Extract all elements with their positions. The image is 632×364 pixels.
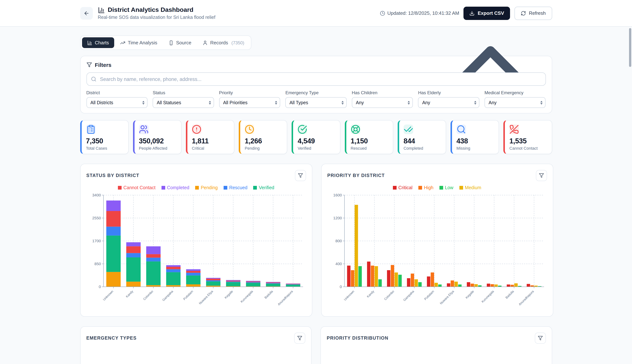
priority-select[interactable]: All Priorities [219, 97, 280, 108]
svg-text:Unknown: Unknown [102, 290, 114, 301]
has-elderly-select[interactable]: Any [418, 97, 479, 108]
chart-filter-button[interactable] [534, 332, 546, 344]
svg-text:Kegalle: Kegalle [224, 290, 234, 300]
page-title: District Analytics Dashboard [108, 6, 194, 14]
clock-icon [245, 124, 254, 134]
filter-medical-emergency: Medical Emergency Any [484, 90, 546, 108]
filter-icon [86, 62, 92, 68]
search-icon [91, 76, 96, 82]
stat-card-cannot-contact: 1,535 Cannot Contact [504, 120, 552, 154]
filter-icon [538, 336, 543, 341]
filter-icon [298, 173, 303, 178]
svg-text:1700: 1700 [92, 239, 101, 243]
svg-text:3400: 3400 [92, 193, 101, 197]
stat-card-critical: 1,811 Critical [186, 120, 234, 154]
arrow-left-icon [83, 10, 89, 16]
stat-label: Missing [456, 146, 494, 150]
stat-label: Verified [298, 146, 336, 150]
stat-card-missing: 438 Missing [450, 120, 499, 154]
stat-label: Rescued [350, 146, 388, 150]
smartphone-icon [168, 40, 174, 45]
stat-label: Critical [192, 146, 230, 150]
svg-text:Kurunegala: Kurunegala [240, 290, 254, 304]
stat-value: 1,811 [192, 137, 230, 145]
emergency-type-select[interactable]: All Types [285, 97, 346, 108]
legend-item: Cannot Contact [118, 185, 156, 190]
stat-value: 1,535 [510, 137, 547, 145]
filter-has-elderly: Has Elderly Any [418, 90, 479, 108]
life-buoy-icon [350, 124, 360, 134]
emergency-types-card: EMERGENCY TYPES [80, 326, 312, 364]
svg-text:850: 850 [94, 262, 101, 266]
chart-filter-button[interactable] [295, 170, 306, 181]
stat-label: Pending [245, 146, 282, 150]
tab-charts[interactable]: Charts [82, 37, 114, 48]
filter-label: Emergency Type [285, 90, 346, 95]
svg-text:Anuradhapura: Anuradhapura [277, 290, 294, 306]
chart-filter-button[interactable] [294, 332, 305, 344]
svg-text:Badulla: Badulla [264, 290, 274, 300]
stat-value: 438 [456, 137, 494, 145]
svg-text:Kandy: Kandy [366, 290, 375, 298]
chart-title: PRIORITY BY DISTRICT [327, 173, 385, 178]
legend-item: Verified [253, 185, 274, 190]
medical-emergency-select[interactable]: Any [484, 97, 546, 108]
stat-value: 7,350 [86, 137, 124, 145]
check-circle-icon [298, 124, 307, 134]
status-select[interactable]: All Statuses [153, 97, 214, 108]
svg-text:Kurunegala: Kurunegala [481, 290, 494, 304]
filter-district: District All Districts [86, 90, 148, 108]
users-icon [139, 124, 148, 134]
clipboard-icon [86, 124, 96, 134]
stat-value: 4,549 [298, 137, 336, 145]
svg-text:Nuwara Eliya: Nuwara Eliya [439, 290, 455, 305]
filter-emergency-type: Emergency Type All Types [285, 90, 346, 108]
user-icon [202, 40, 208, 45]
legend-item: Low [440, 185, 454, 190]
svg-text:0: 0 [340, 284, 342, 289]
tab-source[interactable]: Source [163, 37, 196, 48]
trending-up-icon [120, 40, 125, 45]
svg-text:1600: 1600 [333, 193, 342, 197]
stat-label: Cannot Contact [510, 146, 547, 150]
filter-label: Medical Emergency [484, 90, 546, 95]
dashboard-page: District Analytics Dashboard Real-time S… [0, 0, 632, 364]
chart-legend: CriticalHighLowMedium [327, 184, 547, 192]
has-children-select[interactable]: Any [352, 97, 413, 108]
stat-value: 844 [404, 137, 441, 145]
search-icon [456, 124, 466, 134]
filter-label: District [86, 90, 148, 95]
svg-text:Gampaha: Gampaha [402, 290, 415, 302]
status-by-district-card: STATUS BY DISTRICT Cannot ContactComplet… [80, 164, 312, 317]
stat-card-people-affected: 350,092 People Affected [133, 120, 181, 154]
stat-label: People Affected [139, 146, 176, 150]
tab-time-analysis[interactable]: Time Analysis [115, 37, 162, 48]
svg-text:Kegalle: Kegalle [464, 290, 474, 300]
clock-icon [380, 10, 385, 16]
bar-chart-icon [98, 6, 105, 14]
stat-card-total-cases: 7,350 Total Cases [80, 120, 128, 154]
stat-cards-row: 7,350 Total Cases 350,092 People Affecte… [80, 120, 552, 154]
phone-off-icon [510, 124, 519, 134]
district-select[interactable]: All Districts [86, 97, 148, 108]
svg-text:Kandy: Kandy [125, 290, 134, 298]
filter-priority: Priority All Priorities [219, 90, 280, 108]
search-input[interactable] [86, 72, 546, 86]
svg-text:Badulla: Badulla [504, 290, 514, 300]
svg-text:2550: 2550 [92, 216, 101, 220]
filter-label: Has Children [352, 90, 413, 95]
title-block: District Analytics Dashboard Real-time S… [98, 6, 215, 20]
bottom-cards-row: EMERGENCY TYPES PRIORITY DISTRIBUTION [80, 326, 552, 364]
tab-records[interactable]: Records (7350) [197, 37, 249, 48]
stat-value: 350,092 [139, 137, 176, 145]
filter-icon [539, 173, 544, 178]
chart-title: STATUS BY DISTRICT [86, 173, 139, 178]
chart-title: PRIORITY DISTRIBUTION [327, 336, 388, 341]
back-button[interactable] [80, 7, 92, 20]
scrollbar-thumb[interactable] [629, 28, 631, 67]
svg-text:800: 800 [335, 239, 342, 243]
bar-chart-icon [87, 40, 92, 45]
chart-filter-button[interactable] [536, 170, 547, 181]
svg-text:0: 0 [98, 284, 101, 289]
svg-text:1200: 1200 [333, 216, 342, 220]
